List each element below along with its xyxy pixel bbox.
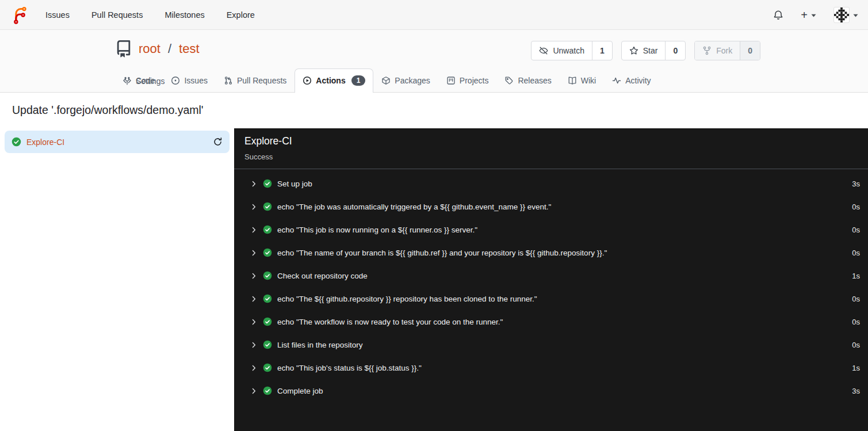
user-menu[interactable] — [833, 7, 858, 23]
chevron-right-icon[interactable] — [250, 341, 258, 349]
success-check-icon — [263, 363, 272, 372]
workflow-run-title: Update '.forgejo/workflows/demo.yaml' — [12, 104, 204, 117]
top-navbar: Issues Pull Requests Milestones Explore … — [0, 0, 868, 30]
notifications-bell-icon[interactable] — [773, 10, 783, 20]
chevron-right-icon[interactable] — [250, 180, 258, 188]
job-status-text: Success — [244, 152, 858, 161]
nav-explore[interactable]: Explore — [227, 10, 255, 20]
chevron-right-icon[interactable] — [250, 226, 258, 234]
success-check-icon — [12, 137, 21, 147]
step-duration: 0s — [852, 203, 860, 211]
job-name: Explore-CI — [26, 138, 64, 147]
chevron-right-icon[interactable] — [250, 203, 258, 211]
fork-icon — [702, 46, 712, 55]
step-duration: 0s — [852, 249, 860, 257]
plus-icon: + — [801, 9, 808, 21]
step-row[interactable]: List files in the repository 0s — [234, 333, 868, 356]
repository-book-icon — [115, 40, 132, 58]
caret-down-icon — [853, 14, 858, 17]
tab-settings[interactable]: Settings — [114, 70, 173, 93]
tool-icon — [123, 77, 132, 86]
step-duration: 0s — [852, 295, 860, 303]
step-duration: 0s — [852, 341, 860, 349]
nav-issues[interactable]: Issues — [45, 10, 70, 20]
step-row[interactable]: Set up job 3s — [234, 172, 868, 195]
step-duration: 3s — [852, 180, 860, 188]
avatar — [833, 7, 850, 23]
main-nav: Issues Pull Requests Milestones Explore — [45, 10, 255, 20]
chevron-right-icon[interactable] — [250, 295, 258, 303]
step-name: Check out repository code — [277, 272, 368, 280]
navbar-right: + — [773, 7, 858, 23]
repo-tabs-right: Settings — [114, 70, 755, 93]
create-new-button[interactable]: + — [801, 9, 816, 21]
step-duration: 1s — [852, 272, 860, 280]
step-row[interactable]: Check out repository code 1s — [234, 264, 868, 287]
step-row[interactable]: Complete job 3s — [234, 379, 868, 402]
step-list: Set up job 3s echo "The job was automati… — [234, 169, 868, 402]
step-row[interactable]: echo "This job's status is ${{ job.statu… — [234, 356, 868, 379]
success-check-icon — [263, 225, 272, 234]
fork-button[interactable]: Fork 0 — [694, 41, 760, 60]
step-duration: 0s — [852, 226, 860, 234]
chevron-right-icon[interactable] — [250, 272, 258, 280]
success-check-icon — [263, 179, 272, 188]
step-row[interactable]: echo "The name of your branch is ${{ git… — [234, 241, 868, 264]
step-name: Set up job — [277, 180, 312, 188]
job-panel-title: Explore-CI — [244, 135, 858, 147]
step-row[interactable]: echo "This job is now running on a ${{ r… — [234, 218, 868, 241]
nav-pull-requests[interactable]: Pull Requests — [91, 10, 143, 20]
job-panel-header: Explore-CI Success — [234, 128, 868, 169]
sidebar-job-explore-ci[interactable]: Explore-CI — [5, 131, 230, 153]
step-name: echo "The name of your branch is ${{ git… — [277, 249, 607, 257]
unwatch-button[interactable]: Unwatch 1 — [531, 41, 612, 60]
repo-header: root / test Unwatch 1 Star 0 — [0, 30, 868, 93]
chevron-right-icon[interactable] — [250, 249, 258, 257]
repo-owner-link[interactable]: root — [139, 41, 160, 56]
repo-title: root / test — [115, 40, 200, 58]
stars-count[interactable]: 0 — [665, 41, 685, 60]
refresh-icon[interactable] — [213, 137, 223, 147]
success-check-icon — [263, 340, 272, 349]
step-name: echo "The ${{ github.repository }} repos… — [277, 295, 537, 303]
success-check-icon — [263, 202, 272, 211]
watchers-count[interactable]: 1 — [592, 41, 612, 60]
step-row[interactable]: echo "The workflow is now ready to test … — [234, 310, 868, 333]
step-duration: 1s — [852, 364, 860, 372]
forks-count[interactable]: 0 — [740, 41, 760, 60]
star-icon — [629, 46, 638, 55]
step-name: echo "This job's status is ${{ job.statu… — [277, 364, 422, 372]
success-check-icon — [263, 271, 272, 280]
repo-separator: / — [168, 41, 171, 56]
chevron-right-icon[interactable] — [250, 387, 258, 395]
repo-name-link[interactable]: test — [179, 41, 199, 56]
success-check-icon — [263, 317, 272, 326]
chevron-right-icon[interactable] — [250, 364, 258, 372]
step-name: List files in the repository — [277, 341, 363, 349]
step-name: echo "This job is now running on a ${{ r… — [277, 226, 477, 234]
step-row[interactable]: echo "The job was automatically triggere… — [234, 195, 868, 218]
step-name: Complete job — [277, 387, 323, 395]
step-duration: 3s — [852, 387, 860, 395]
step-name: echo "The job was automatically triggere… — [277, 203, 551, 211]
nav-milestones[interactable]: Milestones — [165, 10, 204, 20]
repo-actions: Unwatch 1 Star 0 Fork 0 — [531, 41, 760, 60]
success-check-icon — [263, 248, 272, 257]
star-button[interactable]: Star 0 — [621, 41, 686, 60]
success-check-icon — [263, 294, 272, 303]
forgejo-logo-icon[interactable] — [10, 5, 29, 25]
step-row[interactable]: echo "The ${{ github.repository }} repos… — [234, 287, 868, 310]
job-log-panel: Explore-CI Success Set up job 3s echo "T… — [234, 128, 868, 431]
step-name: echo "The workflow is now ready to test … — [277, 318, 503, 326]
eye-slash-icon — [539, 46, 548, 55]
step-duration: 0s — [852, 318, 860, 326]
chevron-right-icon[interactable] — [250, 318, 258, 326]
caret-down-icon — [811, 14, 816, 17]
success-check-icon — [263, 386, 272, 395]
